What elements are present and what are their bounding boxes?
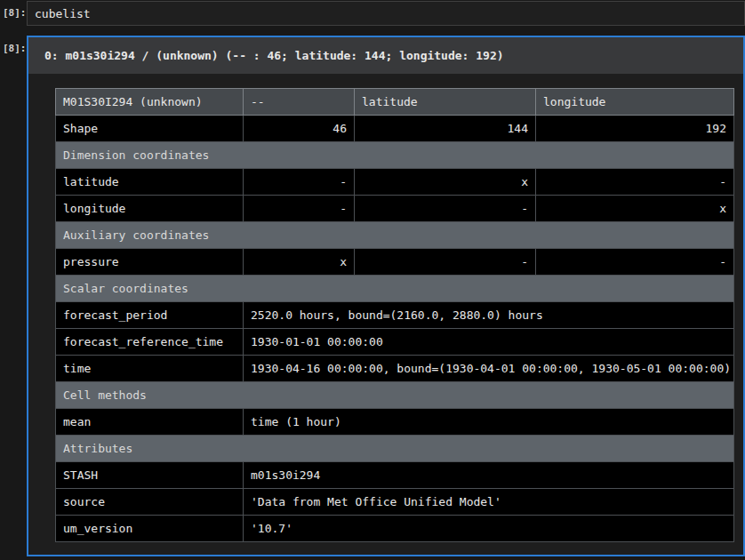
code-text: cubelist	[35, 7, 91, 20]
row-label: forecast_period	[56, 302, 244, 329]
table-row-section: Scalar coordinates	[56, 276, 734, 302]
table-header-dim: --	[244, 89, 355, 116]
table-row-span: forecast_reference_time1930-01-01 00:00:…	[56, 329, 734, 356]
row-label: pressure	[56, 249, 244, 276]
row-value: time (1 hour)	[244, 409, 734, 436]
row-label: STASH	[56, 462, 244, 489]
row-label: um_version	[56, 516, 244, 542]
row-label: forecast_reference_time	[56, 329, 244, 356]
row-value: 2520.0 hours, bound=(2160.0, 2880.0) hou…	[244, 302, 734, 329]
row-label: Shape	[56, 116, 244, 142]
input-prompt: [8]:	[0, 0, 27, 19]
value-cell: 144	[355, 116, 536, 142]
table-row-span: forecast_period2520.0 hours, bound=(2160…	[56, 302, 734, 329]
table-row-span: meantime (1 hour)	[56, 409, 734, 436]
table-row-span: STASHm01s30i294	[56, 462, 734, 489]
section-header: Cell methods	[56, 382, 734, 409]
section-header: Scalar coordinates	[56, 276, 734, 302]
row-label: source	[56, 489, 244, 516]
table-header-cube-name: M01S30I294 (unknown)	[56, 89, 244, 116]
cube-panel: M01S30I294 (unknown)--latitudelongitude …	[28, 74, 743, 549]
value-cell: x	[244, 249, 355, 276]
row-value: 1930-01-01 00:00:00	[244, 329, 734, 356]
row-value: m01s30i294	[244, 462, 734, 489]
table-row-section: Auxiliary coordinates	[56, 222, 734, 249]
output-cell-row: [8]: 0: m01s30i294 / (unknown) (-- : 46;…	[0, 36, 745, 556]
table-row-span: time1930-04-16 00:00:00, bound=(1930-04-…	[56, 356, 734, 382]
value-cell: 192	[536, 116, 734, 142]
row-label: latitude	[56, 169, 244, 196]
row-value: 1930-04-16 00:00:00, bound=(1930-04-01 0…	[244, 356, 734, 382]
table-body: Shape46144192Dimension coordinateslatitu…	[56, 116, 734, 542]
table-header-row: M01S30I294 (unknown)--latitudelongitude	[56, 89, 734, 116]
table-row-span: um_version'10.7'	[56, 516, 734, 542]
code-input[interactable]: cubelist	[27, 1, 745, 26]
value-cell: -	[536, 249, 734, 276]
table-row-data: pressurex--	[56, 249, 734, 276]
table-row-section: Dimension coordinates	[56, 142, 734, 169]
table-header-dim: longitude	[536, 89, 734, 116]
table-row-data: longitude--x	[56, 196, 734, 222]
table-header-dim: latitude	[355, 89, 536, 116]
value-cell: -	[536, 169, 734, 196]
row-label: longitude	[56, 196, 244, 222]
row-label: mean	[56, 409, 244, 436]
value-cell: -	[355, 249, 536, 276]
table-row-data: Shape46144192	[56, 116, 734, 142]
value-cell: x	[536, 196, 734, 222]
cube-accordion-button[interactable]: 0: m01s30i294 / (unknown) (-- : 46; lati…	[28, 37, 743, 74]
value-cell: -	[244, 196, 355, 222]
value-cell: -	[244, 169, 355, 196]
value-cell: x	[355, 169, 536, 196]
row-value: '10.7'	[244, 516, 734, 542]
input-cell-row: [8]: cubelist	[0, 0, 745, 26]
table-head: M01S30I294 (unknown)--latitudelongitude	[56, 89, 734, 116]
section-header: Auxiliary coordinates	[56, 222, 734, 249]
table-row-section: Attributes	[56, 436, 734, 462]
table-row-data: latitude-x-	[56, 169, 734, 196]
row-label: time	[56, 356, 244, 382]
section-header: Dimension coordinates	[56, 142, 734, 169]
table-row-span: source'Data from Met Office Unified Mode…	[56, 489, 734, 516]
output-prompt: [8]:	[0, 36, 27, 54]
cube-summary-table: M01S30I294 (unknown)--latitudelongitude …	[55, 88, 734, 542]
section-header: Attributes	[56, 436, 734, 462]
value-cell: 46	[244, 116, 355, 142]
value-cell: -	[355, 196, 536, 222]
table-row-section: Cell methods	[56, 382, 734, 409]
notebook-page: [8]: cubelist [8]: 0: m01s30i294 / (unkn…	[0, 0, 745, 556]
output-cell: 0: m01s30i294 / (unknown) (-- : 46; lati…	[27, 36, 745, 556]
row-value: 'Data from Met Office Unified Model'	[244, 489, 734, 516]
